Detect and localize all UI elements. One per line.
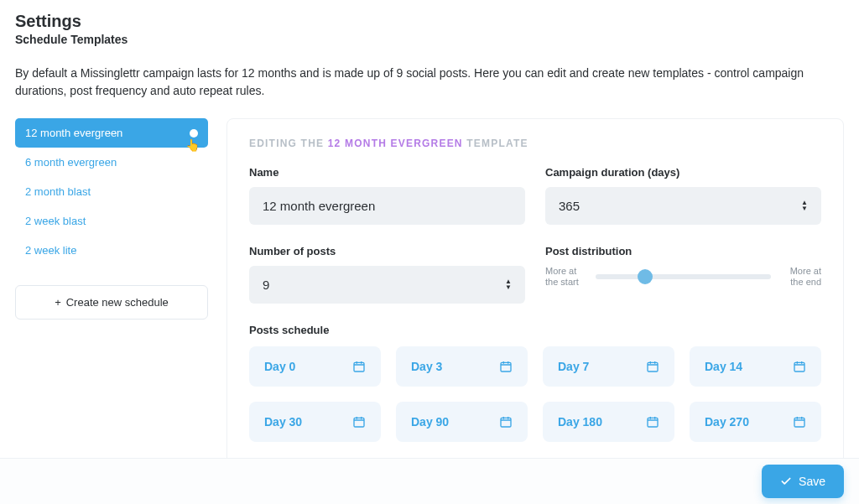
template-editor: EDITING THE 12 MONTH EVERGREEN TEMPLATE …: [226, 118, 844, 493]
default-indicator-icon: [190, 129, 198, 138]
save-button[interactable]: Save: [762, 465, 844, 498]
check-icon: [780, 475, 792, 487]
svg-rect-3: [794, 362, 804, 372]
template-item-label: 12 month evergreen: [25, 127, 122, 139]
posts-label: Number of posts: [249, 245, 525, 257]
calendar-icon: [646, 415, 659, 429]
template-item-6-month-evergreen[interactable]: 6 month evergreen: [15, 148, 208, 177]
schedule-chip-label: Day 0: [264, 360, 295, 373]
posts-schedule-grid: Day 0 Day 3 Day 7 Day 14 Day 30: [249, 346, 821, 442]
template-item-label: 2 week blast: [25, 215, 86, 227]
schedule-chip[interactable]: Day 14: [690, 346, 821, 387]
template-item-12-month-evergreen[interactable]: 12 month evergreen 👆: [15, 118, 208, 148]
schedule-chip-label: Day 90: [411, 415, 449, 429]
template-item-label: 2 month blast: [25, 185, 91, 198]
calendar-icon: [499, 360, 513, 373]
plus-icon: +: [55, 296, 61, 309]
svg-rect-4: [354, 418, 364, 427]
schedule-chip-label: Day 270: [705, 415, 749, 429]
name-input[interactable]: 12 month evergreen: [249, 187, 525, 225]
template-list: 12 month evergreen 👆 6 month evergreen 2…: [15, 118, 208, 320]
template-item-label: 2 week lite: [25, 244, 76, 257]
posts-schedule-label: Posts schedule: [249, 324, 821, 336]
calendar-icon: [793, 415, 806, 429]
svg-rect-5: [501, 418, 511, 427]
template-item-2-week-blast[interactable]: 2 week blast: [15, 206, 208, 236]
schedule-chip[interactable]: Day 3: [396, 346, 528, 387]
template-item-label: 6 month evergreen: [25, 156, 117, 169]
create-schedule-label: Create new schedule: [66, 296, 169, 309]
schedule-chip-label: Day 30: [264, 415, 302, 429]
duration-value: 365: [559, 199, 580, 213]
schedule-chip-label: Day 3: [411, 360, 442, 373]
page-intro: By default a Missinglettr campaign lasts…: [15, 65, 844, 100]
schedule-chip-label: Day 7: [558, 360, 589, 373]
create-schedule-button[interactable]: + Create new schedule: [15, 285, 208, 320]
schedule-chip-label: Day 180: [558, 415, 602, 429]
schedule-chip[interactable]: Day 270: [690, 402, 821, 442]
schedule-chip[interactable]: Day 7: [543, 346, 674, 387]
distribution-slider[interactable]: [596, 274, 771, 279]
schedule-chip[interactable]: Day 30: [249, 402, 381, 442]
distribution-right-label: More at the end: [783, 266, 821, 288]
save-bar: Save: [0, 458, 859, 504]
duration-label: Campaign duration (days): [545, 166, 821, 179]
stepper-icon[interactable]: ▲▼: [801, 200, 808, 211]
schedule-chip[interactable]: Day 180: [543, 402, 674, 442]
duration-input[interactable]: 365 ▲▼: [545, 187, 821, 225]
stepper-icon[interactable]: ▲▼: [505, 279, 512, 290]
name-label: Name: [249, 166, 525, 179]
schedule-chip-label: Day 14: [705, 360, 742, 373]
distribution-left-label: More at the start: [545, 266, 584, 288]
page-subtitle: Schedule Templates: [15, 33, 844, 46]
svg-rect-7: [794, 418, 804, 427]
page-title: Settings: [15, 12, 844, 31]
posts-value: 9: [263, 278, 269, 292]
schedule-chip[interactable]: Day 90: [396, 402, 528, 442]
calendar-icon: [352, 415, 366, 429]
svg-rect-1: [501, 362, 511, 372]
name-value: 12 month evergreen: [263, 199, 375, 213]
calendar-icon: [646, 360, 659, 373]
template-item-2-month-blast[interactable]: 2 month blast: [15, 177, 208, 206]
schedule-chip[interactable]: Day 0: [249, 346, 381, 387]
svg-rect-0: [354, 362, 364, 372]
posts-input[interactable]: 9 ▲▼: [249, 266, 525, 304]
svg-rect-2: [648, 362, 658, 372]
distribution-label: Post distribution: [545, 245, 821, 257]
template-item-2-week-lite[interactable]: 2 week lite: [15, 236, 208, 265]
slider-thumb[interactable]: [638, 269, 653, 284]
svg-rect-6: [648, 418, 658, 427]
save-label: Save: [799, 475, 825, 488]
calendar-icon: [793, 360, 806, 373]
calendar-icon: [499, 415, 513, 429]
calendar-icon: [352, 360, 366, 373]
editing-header: EDITING THE 12 MONTH EVERGREEN TEMPLATE: [249, 138, 821, 149]
